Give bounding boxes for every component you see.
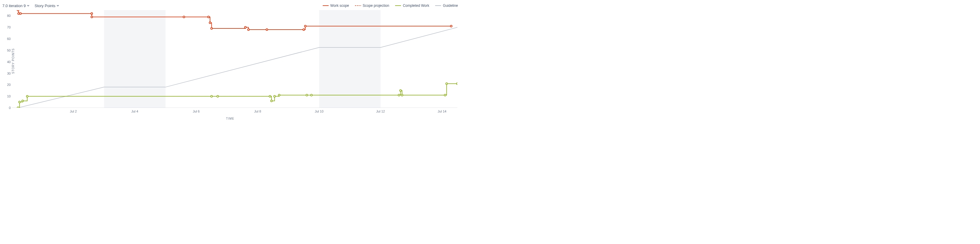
legend-label: Scope projection bbox=[363, 3, 389, 8]
sprint-dropdown[interactable]: 7.0 iteration 9 bbox=[2, 3, 29, 8]
metric-dropdown[interactable]: Story Points bbox=[35, 3, 59, 8]
series-marker bbox=[217, 95, 219, 97]
y-tick-label: 60 bbox=[7, 37, 11, 41]
series-marker bbox=[304, 25, 306, 27]
legend-item-scope-projection: Scope projection bbox=[355, 3, 389, 8]
series-line bbox=[18, 84, 457, 108]
series-marker bbox=[18, 13, 19, 14]
series-marker bbox=[270, 100, 272, 102]
legend-item-completed-work: Completed Work bbox=[395, 3, 429, 8]
weekend-band bbox=[104, 10, 165, 108]
series-marker bbox=[183, 16, 185, 18]
x-axis-label: TIME bbox=[226, 117, 234, 120]
legend-swatch-solid-green-icon bbox=[395, 5, 401, 6]
series-marker bbox=[303, 29, 305, 30]
legend-swatch-solid-gray-icon bbox=[435, 5, 441, 6]
series-marker bbox=[211, 27, 212, 29]
y-tick-label: 20 bbox=[7, 83, 11, 87]
chart-dropdowns: 7.0 iteration 9 Story Points bbox=[2, 3, 59, 8]
series-marker bbox=[248, 29, 250, 30]
series-marker bbox=[244, 26, 246, 28]
x-tick-label: Jul 14 bbox=[438, 109, 446, 113]
chart-plot-area bbox=[12, 10, 457, 108]
series-marker bbox=[17, 107, 19, 108]
series-marker bbox=[269, 95, 271, 97]
y-tick-label: 30 bbox=[7, 72, 11, 75]
x-tick-label: Jul 12 bbox=[376, 109, 385, 113]
series-marker bbox=[208, 16, 209, 18]
chevron-down-icon bbox=[57, 5, 59, 7]
series-marker bbox=[22, 100, 24, 102]
x-tick-label: Jul 6 bbox=[193, 109, 200, 113]
chevron-down-icon bbox=[27, 5, 29, 7]
y-tick-label: 0 bbox=[9, 106, 11, 109]
x-tick-label: Jul 2 bbox=[70, 109, 77, 113]
series-marker bbox=[450, 25, 452, 27]
burnup-chart-panel: 7.0 iteration 9 Story Points Work scope … bbox=[0, 0, 460, 122]
legend-swatch-dashed-red-icon bbox=[355, 5, 361, 6]
series-marker bbox=[91, 16, 92, 18]
legend-item-guideline: Guideline bbox=[435, 3, 458, 8]
series-marker bbox=[401, 94, 403, 96]
series-marker bbox=[19, 101, 21, 103]
series-marker bbox=[91, 13, 92, 14]
series-marker bbox=[26, 95, 28, 97]
series-line bbox=[18, 27, 457, 108]
series-marker bbox=[444, 94, 446, 96]
series-marker bbox=[211, 95, 212, 97]
legend-label: Work scope bbox=[331, 3, 349, 8]
y-tick-label: 50 bbox=[7, 49, 11, 52]
series-marker bbox=[306, 94, 308, 96]
series-marker bbox=[17, 10, 19, 11]
series-marker bbox=[457, 82, 457, 84]
series-line bbox=[18, 10, 452, 30]
series-marker bbox=[209, 22, 211, 24]
y-tick-label: 80 bbox=[7, 14, 11, 17]
metric-dropdown-label: Story Points bbox=[35, 3, 56, 8]
weekend-band bbox=[319, 10, 380, 108]
y-tick-label: 40 bbox=[7, 60, 11, 64]
series-marker bbox=[278, 94, 280, 96]
series-marker bbox=[398, 94, 400, 96]
series-marker bbox=[266, 29, 268, 30]
y-tick-label: 10 bbox=[7, 95, 11, 98]
legend-swatch-solid-red-icon bbox=[323, 5, 329, 6]
legend-label: Completed Work bbox=[403, 3, 429, 8]
y-tick-label: 70 bbox=[7, 25, 11, 29]
x-tick-label: Jul 8 bbox=[254, 109, 261, 113]
chart-legend: Work scope Scope projection Completed Wo… bbox=[323, 3, 458, 8]
series-marker bbox=[446, 82, 448, 84]
chart-topbar: 7.0 iteration 9 Story Points Work scope … bbox=[2, 2, 458, 9]
legend-label: Guideline bbox=[443, 3, 458, 8]
x-tick-label: Jul 4 bbox=[131, 109, 138, 113]
series-marker bbox=[274, 95, 275, 97]
chart-svg bbox=[12, 10, 457, 108]
x-tick-label: Jul 10 bbox=[315, 109, 323, 113]
series-marker bbox=[310, 94, 312, 96]
sprint-dropdown-label: 7.0 iteration 9 bbox=[2, 3, 26, 8]
series-marker bbox=[399, 90, 401, 92]
series-marker bbox=[19, 13, 21, 14]
legend-item-work-scope: Work scope bbox=[323, 3, 349, 8]
